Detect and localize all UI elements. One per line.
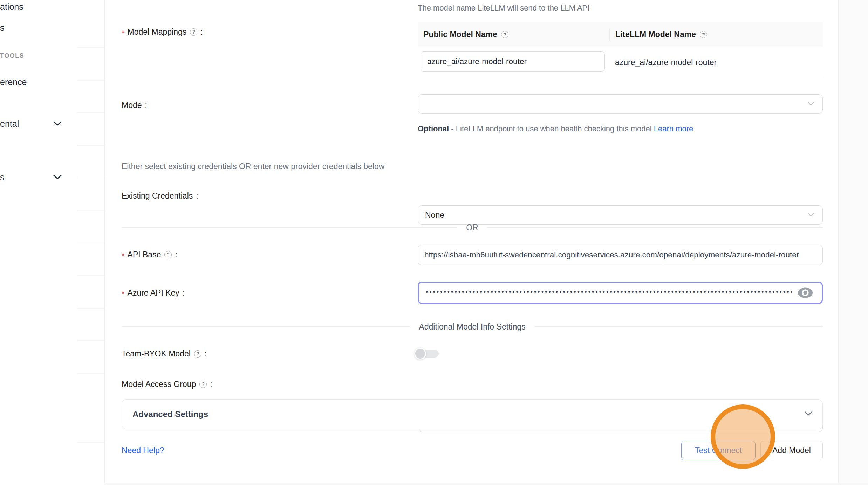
model-mappings-table-header: Public Model Name ? LiteLLM Model Name ?	[418, 22, 823, 47]
sidebar-item-label: erence	[0, 77, 27, 87]
sidebar-section-label: TOOLS	[0, 52, 24, 59]
learn-more-link[interactable]: Learn more	[654, 124, 693, 133]
help-glyph: ?	[202, 381, 205, 387]
divider-line	[122, 227, 457, 228]
model-mappings-table-row: azure_ai/azure-model-router azure_ai/azu…	[418, 47, 823, 78]
label-text: Azure API Key	[128, 288, 179, 298]
help-glyph: ?	[196, 351, 199, 356]
chevron-down-icon	[804, 411, 813, 417]
label-text: Mode	[122, 101, 142, 110]
help-glyph: ?	[167, 252, 170, 257]
model-name-helper-text: The model name LiteLLM will send to the …	[418, 4, 589, 13]
litellm-model-name-value: azure_ai/azure-model-router	[615, 47, 717, 78]
help-icon[interactable]: ?	[501, 31, 508, 38]
mode-select[interactable]	[418, 94, 823, 114]
label-colon: :	[205, 349, 207, 359]
mode-hint: Optional - LiteLLM endpoint to use when …	[418, 122, 702, 136]
public-model-name-input[interactable]: azure_ai/azure-model-router	[421, 51, 605, 72]
sidebar-item-label: s	[0, 23, 5, 33]
label-colon: :	[200, 27, 203, 37]
existing-credentials-value: None	[418, 210, 444, 220]
help-icon[interactable]: ?	[194, 350, 201, 358]
team-byok-toggle[interactable]	[414, 348, 439, 360]
column-header-text: LiteLLM Model Name	[615, 30, 696, 39]
sidebar-item-label: ations	[0, 2, 23, 12]
label-colon: :	[183, 288, 185, 298]
sidebar-item-organizations[interactable]: ations	[0, 1, 23, 13]
team-byok-label: Team-BYOK Model ? :	[122, 347, 207, 360]
dimmed-row-line	[77, 275, 104, 276]
need-help-link[interactable]: Need Help?	[122, 446, 164, 455]
chevron-down-icon	[808, 101, 814, 107]
sidebar-item-settings[interactable]: s	[0, 171, 5, 183]
help-icon[interactable]: ?	[700, 31, 707, 38]
required-marker: *	[122, 251, 125, 261]
help-icon[interactable]: ?	[199, 381, 207, 388]
dimmed-row-line	[77, 210, 104, 211]
masked-api-key-value: ••••••••••••••••••••••••••••••••••••••••…	[426, 289, 792, 296]
toggle-knob	[414, 348, 426, 360]
model-mappings-table: Public Model Name ? LiteLLM Model Name ?…	[418, 22, 823, 78]
chevron-down-icon	[808, 212, 814, 218]
label-colon: :	[145, 101, 147, 110]
label-colon: :	[175, 250, 177, 259]
dimmed-row-line	[77, 442, 104, 443]
required-marker: *	[122, 29, 125, 38]
api-base-value: https://ishaa-mh6uutut-swedencentral.cog…	[418, 250, 799, 259]
label-text: Model Access Group	[122, 380, 196, 389]
or-divider: OR	[122, 223, 823, 232]
dimmed-row-line	[77, 373, 104, 374]
mode-label: Mode :	[122, 99, 147, 111]
label-colon: :	[196, 191, 198, 201]
hint-bold: Optional	[418, 124, 449, 133]
sidebar-item-label: s	[0, 172, 5, 182]
advanced-settings-title: Advanced Settings	[132, 409, 208, 419]
test-connect-button[interactable]: Test Connect	[681, 441, 756, 460]
modal-right-border	[838, 0, 839, 483]
column-header-litellm-model-name: LiteLLM Model Name ?	[609, 30, 707, 39]
existing-credentials-select[interactable]: None	[418, 205, 823, 225]
help-glyph: ?	[503, 32, 506, 37]
chevron-down-icon	[53, 121, 62, 126]
dimmed-row-line	[77, 145, 104, 146]
column-separator	[609, 29, 610, 41]
sidebar-item-label: ental	[0, 119, 19, 129]
help-icon[interactable]: ?	[164, 251, 172, 258]
dimmed-row-line	[77, 178, 104, 178]
dimmed-row-line	[77, 340, 104, 341]
sidebar-item-inference[interactable]: erence	[0, 76, 27, 88]
dimmed-row-line	[77, 308, 104, 309]
label-text: Existing Credentials	[122, 191, 193, 201]
page-background	[104, 483, 868, 485]
existing-credentials-label: Existing Credentials :	[122, 189, 198, 202]
eye-icon[interactable]	[797, 286, 813, 299]
azure-api-key-label: * Azure API Key :	[122, 286, 185, 299]
hint-text: - LiteLLM endpoint to use when health ch…	[449, 124, 654, 133]
divider-line	[487, 227, 823, 228]
sidebar-item-experimental[interactable]: ental	[0, 118, 19, 130]
api-base-input[interactable]: https://ishaa-mh6uutut-swedencentral.cog…	[418, 245, 823, 265]
sidebar-section-tools: TOOLS	[0, 52, 24, 60]
credentials-note: Either select existing credentials OR en…	[122, 162, 384, 171]
page-background	[839, 0, 868, 483]
add-model-button[interactable]: Add Model	[760, 441, 823, 460]
model-mappings-label: * Model Mappings ? :	[122, 26, 203, 38]
model-access-group-label: Model Access Group ? :	[122, 378, 212, 390]
api-base-label: * API Base ? :	[122, 248, 177, 261]
label-colon: :	[210, 380, 212, 389]
label-text: API Base	[128, 250, 161, 259]
help-glyph: ?	[702, 32, 705, 37]
help-glyph: ?	[192, 29, 195, 35]
sidebar-item-models[interactable]: s	[0, 22, 5, 34]
additional-info-divider: Additional Model Info Settings	[122, 323, 823, 331]
required-marker: *	[122, 290, 125, 299]
advanced-settings-panel[interactable]: Advanced Settings	[122, 399, 823, 429]
dimmed-row-line	[77, 80, 104, 81]
dimmed-row-line	[77, 243, 104, 243]
help-icon[interactable]: ?	[190, 28, 197, 36]
chevron-down-icon	[53, 175, 62, 180]
modal-left-border	[104, 0, 105, 483]
label-text: Team-BYOK Model	[122, 349, 191, 359]
azure-api-key-input[interactable]: ••••••••••••••••••••••••••••••••••••••••…	[418, 282, 823, 304]
or-divider-text: OR	[466, 223, 478, 233]
